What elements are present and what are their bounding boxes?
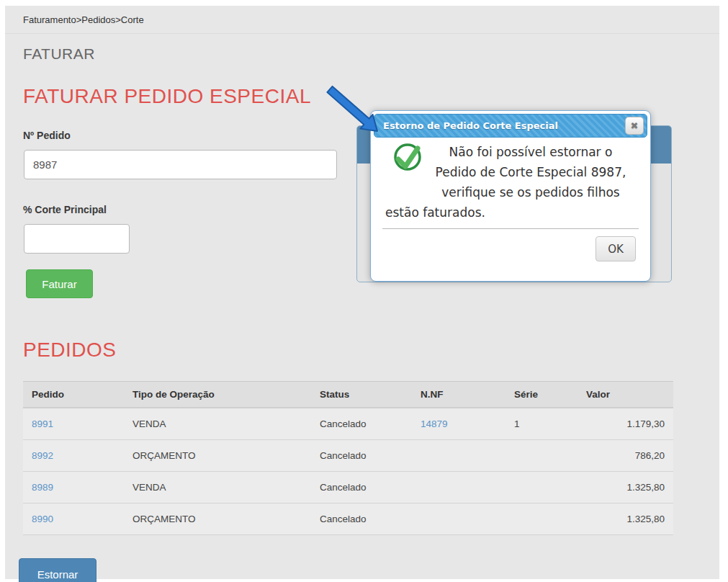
pedido-input[interactable] [24,150,337,179]
pedido-link[interactable]: 8990 [32,514,53,524]
page-title: FATURAR [23,45,719,63]
dialog-title: Estorno de Pedido Corte Especial [383,120,558,131]
pedido-link[interactable]: 8992 [32,450,53,461]
column-header-nnf: N.NF [412,382,505,408]
status-cell: Cancelado [311,503,412,535]
valor-cell: 786,20 [578,440,673,472]
column-header-serie: Série [505,382,578,408]
pedido-link[interactable]: 8991 [32,418,53,429]
table-header-row: Pedido Tipo de Operação Status N.NF Séri… [23,382,673,408]
table-row: 8992 ORÇAMENTO Cancelado 786,20 [23,440,673,472]
nf-cell [412,472,505,503]
nf-cell [412,503,505,535]
dialog-body: Não foi possível estornar o Pedido de Co… [374,138,647,223]
nf-link[interactable]: 14879 [421,418,448,429]
tipo-cell: ORÇAMENTO [124,440,311,472]
status-cell: Cancelado [311,440,412,472]
dialog-message-last-line: estão faturados. [385,202,636,223]
column-header-valor: Valor [578,382,673,408]
column-header-tipo: Tipo de Operação [124,382,311,408]
message-line: Pedido de Corte Especial 8987, [426,162,636,182]
status-cell: Cancelado [311,472,412,503]
message-line: estão faturados. [385,202,636,223]
pedidos-title: PEDIDOS [23,339,719,362]
message-line: Não foi possível estornar o [426,142,636,162]
nf-cell [412,440,505,472]
dialog-footer: OK [382,228,639,261]
column-header-pedido: Pedido [23,382,124,408]
close-icon[interactable]: ✖ [625,117,644,135]
dialog-message: Não foi possível estornar o Pedido de Co… [426,142,636,202]
ok-button[interactable]: OK [596,236,636,261]
estorno-dialog: Estorno de Pedido Corte Especial ✖ Não f… [370,110,651,282]
breadcrumb: Faturamento>Pedidos>Corte [5,6,719,34]
table-row: 8991 VENDA Cancelado 14879 1 1.179,30 [23,408,673,440]
check-circle-icon [391,142,424,175]
dialog-titlebar: Estorno de Pedido Corte Especial ✖ [374,114,647,138]
message-line: verifique se os pedidos filhos [426,182,636,202]
corte-principal-input[interactable] [24,224,130,254]
status-cell: Cancelado [311,408,412,440]
table-row: 8990 ORÇAMENTO Cancelado 1.325,80 [23,503,673,535]
estornar-button[interactable]: Estornar [19,558,96,582]
pedidos-table: Pedido Tipo de Operação Status N.NF Séri… [23,381,673,535]
tipo-cell: ORÇAMENTO [124,503,311,535]
tipo-cell: VENDA [124,408,311,440]
valor-cell: 1.179,30 [578,408,673,440]
faturar-button[interactable]: Faturar [26,269,93,298]
serie-cell: 1 [505,408,578,440]
annotation-arrow-icon [323,85,384,139]
serie-cell [505,503,578,535]
table-row: 8989 VENDA Cancelado 1.325,80 [23,472,673,503]
pedido-link[interactable]: 8989 [32,482,53,493]
valor-cell: 1.325,80 [578,472,673,503]
serie-cell [505,440,578,472]
column-header-status: Status [311,382,412,408]
valor-cell: 1.325,80 [578,503,673,535]
serie-cell [505,472,578,503]
tipo-cell: VENDA [124,472,311,503]
